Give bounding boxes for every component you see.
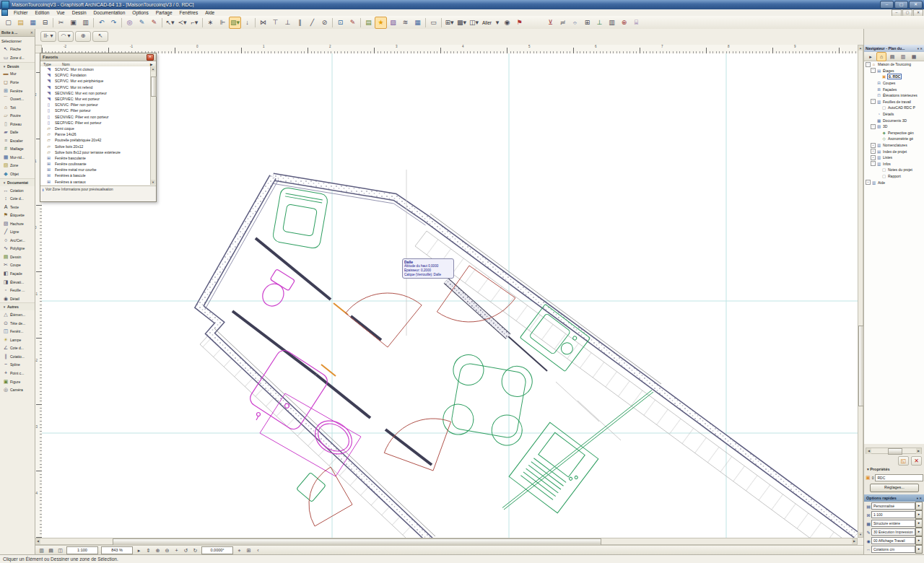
energy-button[interactable]: ⌔	[569, 17, 581, 29]
horizontal-scrollbar[interactable]: ◀ ▶	[35, 538, 858, 545]
toolbox-title-bar[interactable]: Boîte à ... ✕	[0, 29, 35, 37]
tool-detail[interactable]: ◉ Détail	[0, 294, 35, 303]
fit-view-button[interactable]: ⊞	[244, 546, 253, 554]
favorites-item-scp-vc-fondation[interactable]: ◥ SCP/VC: Fondation	[40, 72, 151, 78]
favorites-item-fenetre-basculante[interactable]: ⊞ Fenêtre basculante	[40, 155, 151, 161]
tool-mur[interactable]: ▬ Mur	[0, 70, 35, 79]
guide-lines-button[interactable]: ⊩	[217, 17, 229, 29]
quick-options-title-buttons[interactable]: ▾ ✕	[917, 497, 922, 500]
navigator-scroll-right[interactable]: ▶	[916, 448, 921, 454]
tool-mur-rideau[interactable]: ▦ Mur-rid...	[0, 153, 35, 162]
tool-lampe[interactable]: ☀ Lampe	[0, 336, 35, 344]
tree-expander-icon[interactable]: −	[871, 124, 876, 129]
favorites-item-secp-vec-pilier-ext-porteur[interactable]: ▯ SECP/VEC: Pilier ext porteur	[40, 120, 151, 126]
offset-button[interactable]: ∥	[294, 17, 306, 29]
tree-feuilles-de-travail[interactable]: − ▥ Feuilles de travail	[864, 99, 924, 105]
quick-options-title-bar[interactable]: Options rapides ▾ ✕	[864, 494, 924, 502]
more-columns-icon[interactable]: ▶	[150, 63, 156, 66]
tool-poteau[interactable]: ▯ Poteau	[0, 120, 35, 128]
toolbox-item-autres[interactable]: ▾ Autres	[0, 302, 35, 310]
pen-tool-button[interactable]: ✎	[148, 17, 160, 29]
mdi-minimize-button[interactable]: –	[892, 9, 902, 17]
tool-cotation[interactable]: ↔ Cotation	[0, 186, 35, 195]
toolbox-item-dessin[interactable]: ▾ Dessin	[0, 62, 35, 70]
scale-button[interactable]: ◫	[56, 546, 65, 554]
window-layout-dropdown[interactable]: ⊞▾	[443, 17, 456, 29]
tree-axonometrie[interactable]: ◇ Axonométrie gé	[864, 136, 924, 142]
favorites-item-fenetres-a-bascule[interactable]: ⊞ Fenêtres à bascule	[40, 173, 151, 178]
favorites-title-bar[interactable]: Favoris ✕	[40, 53, 156, 61]
favorites-item-panne-14x26[interactable]: ▱ Panne 14x26	[40, 131, 151, 137]
adjust-button[interactable]: ⊥	[282, 17, 294, 29]
tree-expander-icon[interactable]: −	[871, 99, 876, 104]
previous-zoom-button[interactable]: ↺	[181, 546, 191, 554]
solid-ops-button[interactable]: ⊞	[581, 17, 593, 29]
tree-infos[interactable]: − ▥ Infos	[864, 161, 924, 167]
tree-nomenclatures[interactable]: + ▥ Nomenclatures	[864, 142, 924, 149]
mdi-close-button[interactable]: ✕	[913, 9, 923, 17]
favorites-item-scn-vc-mur-int-cloison[interactable]: ◥ SCN/VC: Mur int cloison	[40, 66, 151, 72]
save-button[interactable]: ▦	[27, 17, 39, 29]
menu-item-edition[interactable]: Edition	[32, 9, 53, 16]
project-map-button[interactable]: ▤	[362, 17, 375, 29]
tool-fleche[interactable]: ↖ Flèche	[0, 45, 35, 54]
tool-objet[interactable]: ◆ Objet	[0, 170, 35, 178]
trace-reference-dropdown[interactable]: ◫▾	[468, 17, 480, 29]
scale-field[interactable]: 1:100	[65, 546, 100, 554]
pet-zoom-button[interactable]: ⊕	[75, 31, 91, 42]
quick-option-arrow[interactable]: ▸	[915, 502, 923, 510]
attribute-manager-button[interactable]: ▦	[411, 17, 424, 29]
tree-expander-icon[interactable]: −	[871, 68, 876, 73]
quick-option-value[interactable]: 30 Exécution Impression	[871, 528, 915, 536]
navigator-close-button[interactable]: ✕	[911, 456, 922, 466]
menu-item-fichier[interactable]: Fichier	[10, 9, 32, 16]
favorites-item-secn-vec-mur-ext-non-porteur[interactable]: ◥ SECN/VEC: Mur ext non porteur	[40, 90, 151, 96]
tw-receive-button[interactable]: ≓	[557, 17, 569, 29]
favorites-item-solive-bois-20x12[interactable]: ▱ Solive bois 20x12	[40, 143, 151, 149]
fit-in-window-button[interactable]: ↻	[191, 546, 200, 554]
quick-option-value[interactable]: Structure entière	[871, 520, 915, 527]
settings-button[interactable]: Réglages...	[870, 484, 919, 492]
open-button[interactable]: ▤	[14, 17, 27, 29]
floor-name-field[interactable]: RDC	[875, 474, 923, 481]
navigator-scrollbar[interactable]: ◀ ▶	[866, 448, 922, 454]
layout-book-button[interactable]: ▥	[898, 52, 908, 61]
tool-fenetre[interactable]: ⊞ Fenêtre	[0, 87, 35, 95]
layer-settings-dropdown[interactable]: ▧▾	[229, 17, 241, 29]
zoom-percent-field[interactable]: 843 %	[100, 546, 134, 554]
orientation-angle-field[interactable]: 0,0000°	[200, 546, 235, 554]
quick-option-arrow[interactable]: ▸	[915, 519, 923, 528]
quick-option-arrow[interactable]: ▸	[915, 536, 923, 545]
tool-element[interactable]: △ Élémen...	[0, 310, 35, 319]
tree-coupes[interactable]: ⊟ Coupes	[864, 80, 924, 87]
navigator-palette-button[interactable]: ◱	[898, 456, 909, 466]
tree-perspective[interactable]: ◈ Perspective gén	[864, 130, 924, 136]
mark-up-button[interactable]: ⚑	[513, 17, 526, 29]
minimize-button[interactable]: –	[880, 1, 894, 9]
tool-maillage[interactable]: # Maillage	[0, 145, 35, 154]
navigator-title-bar[interactable]: Navigateur - Plan du... ▾ ✕	[864, 45, 924, 52]
tree-elevations-interieures[interactable]: ⊡ Élévations intérieures	[864, 92, 924, 99]
tool-spline[interactable]: ~ Spline	[0, 361, 35, 370]
suspend-groups-button[interactable]: ⊘	[318, 17, 331, 29]
run-button[interactable]: ◉	[501, 17, 513, 29]
aller-menu[interactable]: Aller	[480, 20, 494, 25]
tool-ligne[interactable]: ╱ Ligne	[0, 227, 35, 236]
print-button[interactable]: ⊟	[39, 17, 51, 29]
tool-coupe[interactable]: ✂ Coupe	[0, 261, 35, 270]
scroll-down-arrow[interactable]: ▼	[858, 532, 863, 537]
favorites-close-button[interactable]: ✕	[147, 54, 154, 61]
quick-option-value[interactable]: Cotations cm	[871, 546, 915, 553]
aller-dropdown-arrow[interactable]: ▾	[494, 17, 501, 29]
favorites-button[interactable]: ★	[375, 17, 387, 29]
favorites-scroll-up[interactable]: ▲	[151, 66, 155, 71]
add-on-button[interactable]: ⊕	[618, 17, 630, 29]
pet-arrow-button[interactable]: ↖	[92, 31, 108, 42]
toolbox-item-selectionner[interactable]: Sélectionner	[0, 37, 35, 45]
maximize-button[interactable]: ▢	[894, 1, 908, 9]
quick-option-value[interactable]: 00 Affichage Travail	[871, 537, 915, 544]
set-orientation-button[interactable]: ⌖	[235, 546, 244, 554]
arrow-options-dropdown[interactable]: ↖▾	[164, 17, 176, 29]
display-options-dropdown[interactable]: ▩▾	[456, 17, 468, 29]
menu-item-documentation[interactable]: Documentation	[90, 9, 129, 16]
